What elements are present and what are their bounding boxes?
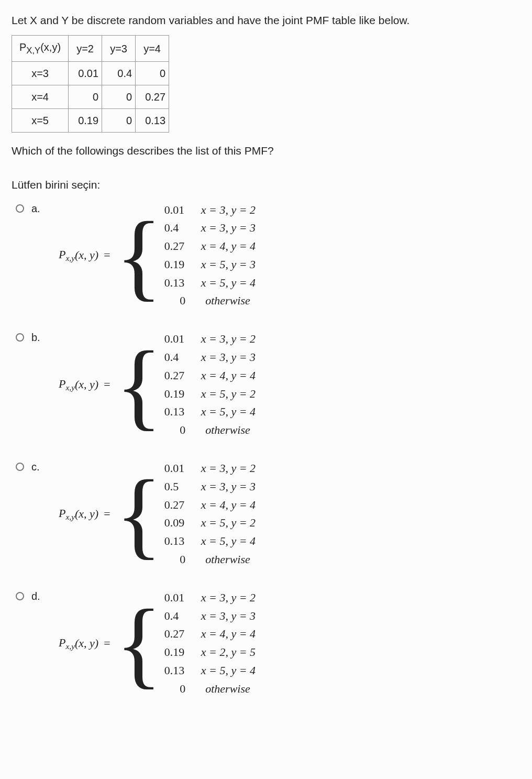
case-line: 0.13x = 5, y = 4	[164, 275, 256, 291]
radio-icon[interactable]	[16, 463, 24, 471]
radio-icon[interactable]	[16, 333, 24, 342]
option-a[interactable]: a.Px,y(x, y)={0.01x = 3, y = 20.4x = 3, …	[16, 200, 520, 312]
radio-icon[interactable]	[16, 592, 24, 600]
pmf-formula: Px,y(x, y)={0.01x = 3, y = 20.4x = 3, y …	[59, 329, 256, 441]
case-line: 0.19x = 2, y = 5	[164, 644, 256, 661]
case-line: 0.4x = 3, y = 3	[164, 608, 256, 624]
pmf-cell: 0.01	[69, 61, 102, 85]
question-text: Let X and Y be discrete random variables…	[12, 13, 520, 28]
pmf-table-corner: PX,Y(x,y)	[12, 36, 69, 61]
case-line: 0.27x = 4, y = 4	[164, 368, 256, 384]
case-line: 0.13x = 5, y = 4	[164, 404, 256, 420]
case-line: 0otherwise	[164, 681, 256, 697]
pmf-cell: 0.4	[102, 61, 136, 85]
option-c[interactable]: c.Px,y(x, y)={0.01x = 3, y = 20.5x = 3, …	[16, 458, 520, 570]
pmf-col-header: y=4	[136, 36, 169, 61]
pmf-cell: 0.13	[136, 108, 169, 132]
pmf-row-header: x=4	[12, 85, 69, 108]
pmf-formula: Px,y(x, y)={0.01x = 3, y = 20.5x = 3, y …	[59, 458, 256, 570]
pmf-col-header: y=2	[69, 36, 102, 61]
case-line: 0otherwise	[164, 293, 256, 309]
options-list: a.Px,y(x, y)={0.01x = 3, y = 20.4x = 3, …	[12, 200, 520, 699]
case-line: 0.01x = 3, y = 2	[164, 331, 256, 347]
pmf-cell: 0	[69, 85, 102, 108]
case-line: 0.4x = 3, y = 3	[164, 349, 256, 366]
option-label: c.	[31, 459, 40, 474]
case-line: 0otherwise	[164, 552, 256, 568]
case-line: 0.19x = 5, y = 2	[164, 386, 256, 402]
pmf-col-header: y=3	[102, 36, 136, 61]
case-line: 0.01x = 3, y = 2	[164, 460, 256, 477]
case-line: 0otherwise	[164, 422, 256, 438]
option-label: a.	[31, 201, 40, 216]
case-line: 0.09x = 5, y = 2	[164, 515, 256, 531]
pmf-formula: Px,y(x, y)={0.01x = 3, y = 20.4x = 3, y …	[59, 588, 256, 699]
pmf-row-header: x=5	[12, 108, 69, 132]
radio-icon[interactable]	[16, 204, 24, 213]
pmf-cell: 0.19	[69, 108, 102, 132]
case-line: 0.27x = 4, y = 4	[164, 497, 256, 513]
choose-one-label: Lütfen birini seçin:	[12, 177, 520, 192]
pmf-formula: Px,y(x, y)={0.01x = 3, y = 20.4x = 3, y …	[59, 200, 256, 312]
option-label: b.	[31, 330, 40, 345]
case-line: 0.5x = 3, y = 3	[164, 479, 256, 495]
case-line: 0.13x = 5, y = 4	[164, 663, 256, 679]
case-line: 0.01x = 3, y = 2	[164, 590, 256, 606]
pmf-cell: 0	[102, 85, 136, 108]
case-line: 0.27x = 4, y = 4	[164, 238, 256, 255]
case-line: 0.19x = 5, y = 3	[164, 257, 256, 273]
option-label: d.	[31, 589, 40, 604]
option-d[interactable]: d.Px,y(x, y)={0.01x = 3, y = 20.4x = 3, …	[16, 588, 520, 699]
case-line: 0.01x = 3, y = 2	[164, 202, 256, 218]
option-b[interactable]: b.Px,y(x, y)={0.01x = 3, y = 20.4x = 3, …	[16, 329, 520, 441]
pmf-cell: 0	[136, 61, 169, 85]
pmf-table: PX,Y(x,y) y=2 y=3 y=4 x=3 0.01 0.4 0 x=4…	[12, 35, 169, 132]
pmf-row-header: x=3	[12, 61, 69, 85]
case-line: 0.4x = 3, y = 3	[164, 220, 256, 236]
case-line: 0.13x = 5, y = 4	[164, 533, 256, 550]
case-line: 0.27x = 4, y = 4	[164, 626, 256, 642]
pmf-cell: 0.27	[136, 85, 169, 108]
pmf-cell: 0	[102, 108, 136, 132]
sub-question: Which of the followings describes the li…	[12, 143, 520, 158]
